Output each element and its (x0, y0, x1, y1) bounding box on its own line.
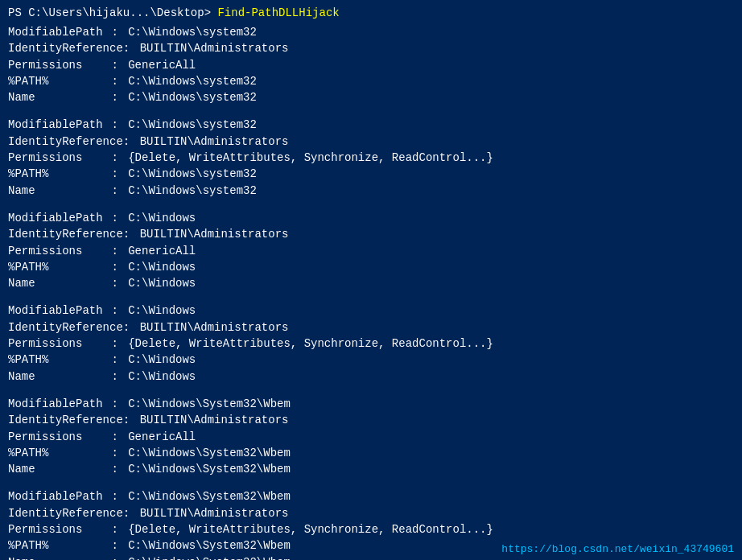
field-key: IdentityReference (8, 412, 123, 428)
prompt-line: PS C:\Users\hijaku...\Desktop> Find-Path… (8, 6, 734, 19)
field-sep: : (105, 521, 125, 537)
field-sep: : (105, 210, 125, 226)
field-sep: : (105, 461, 125, 477)
output-block-4: ModifiablePath : C:\WindowsIdentityRefer… (8, 303, 734, 384)
field-value: C:\Windows\system32 (128, 24, 257, 40)
field-sep: : (105, 336, 125, 352)
output-block-2: ModifiablePath : C:\Windows\system32Iden… (8, 117, 734, 198)
field-key: %PATH% (8, 352, 105, 368)
block-spacer (8, 389, 734, 396)
terminal-window: PS C:\Users\hijaku...\Desktop> Find-Path… (0, 0, 742, 560)
blocks-container: ModifiablePath : C:\Windows\system32Iden… (8, 24, 734, 560)
field-value: C:\Windows\system32 (128, 89, 257, 105)
field-key: %PATH% (8, 73, 105, 89)
field-value: BUILTIN\Administrators (140, 319, 289, 336)
output-line: ModifiablePath : C:\Windows\System32\Wbe… (8, 396, 734, 412)
field-value: C:\Windows\system32 (128, 117, 257, 133)
output-line: IdentityReference: BUILTIN\Administrator… (8, 319, 734, 336)
field-key: Permissions (8, 429, 105, 445)
field-value: C:\Windows\System32\Wbem (128, 396, 291, 412)
field-key: IdentityReference (8, 226, 123, 242)
output-line: Permissions : GenericAll (8, 243, 734, 259)
field-key: IdentityReference (8, 40, 123, 56)
output-line: ModifiablePath : C:\Windows (8, 210, 734, 226)
output-line: Name : C:\Windows (8, 275, 734, 291)
field-sep: : (105, 554, 125, 560)
block-spacer (8, 296, 734, 303)
field-value: BUILTIN\Administrators (140, 226, 289, 242)
field-value: {Delete, WriteAttributes, Synchronize, R… (128, 336, 493, 352)
field-key: ModifiablePath (8, 117, 105, 133)
field-value: BUILTIN\Administrators (140, 40, 289, 56)
field-sep: : (123, 505, 137, 521)
field-value: C:\Windows (128, 303, 196, 319)
field-sep: : (105, 488, 125, 504)
field-sep: : (123, 134, 137, 150)
output-line: Permissions : GenericAll (8, 57, 734, 73)
field-key: %PATH% (8, 537, 105, 554)
field-key: IdentityReference (8, 319, 123, 336)
field-value: C:\Windows\System32\Wbem (128, 554, 291, 560)
field-key: ModifiablePath (8, 24, 105, 40)
field-key: Permissions (8, 336, 105, 352)
field-sep: : (105, 429, 125, 445)
field-key: Name (8, 89, 105, 105)
block-spacer (8, 110, 734, 117)
field-key: ModifiablePath (8, 303, 105, 319)
field-key: IdentityReference (8, 134, 123, 150)
field-key: Permissions (8, 57, 105, 73)
output-line: IdentityReference: BUILTIN\Administrator… (8, 226, 734, 242)
field-sep: : (105, 369, 125, 385)
prompt-path: PS C:\Users\hijaku...\Desktop> (8, 6, 211, 19)
field-key: %PATH% (8, 259, 105, 275)
output-line: ModifiablePath : C:\Windows\system32 (8, 24, 734, 40)
output-line: %PATH% : C:\Windows\system32 (8, 73, 734, 89)
field-key: IdentityReference (8, 505, 123, 521)
field-sep: : (105, 243, 125, 259)
field-sep: : (105, 166, 125, 182)
output-line: IdentityReference: BUILTIN\Administrator… (8, 134, 734, 150)
field-key: ModifiablePath (8, 488, 105, 504)
block-spacer (8, 204, 734, 210)
field-key: Name (8, 183, 105, 199)
field-value: GenericAll (128, 57, 196, 73)
output-line: IdentityReference: BUILTIN\Administrator… (8, 412, 734, 428)
field-value: C:\Windows\system32 (128, 183, 257, 199)
field-key: ModifiablePath (8, 210, 105, 226)
field-value: C:\Windows (128, 369, 196, 385)
field-value: C:\Windows\system32 (128, 73, 257, 89)
field-sep: : (105, 275, 125, 291)
field-sep: : (105, 259, 125, 275)
field-value: C:\Windows (128, 259, 196, 275)
field-sep: : (123, 412, 137, 428)
output-line: Name : C:\Windows\System32\Wbem (8, 461, 734, 477)
output-line: %PATH% : C:\Windows (8, 352, 734, 368)
prompt-command: Find-PathDLLHijack (217, 6, 339, 19)
output-line: Name : C:\Windows (8, 369, 734, 385)
field-key: %PATH% (8, 166, 105, 182)
field-value: {Delete, WriteAttributes, Synchronize, R… (128, 521, 493, 537)
output-line: %PATH% : C:\Windows\system32 (8, 166, 734, 182)
field-value: C:\Windows\system32 (128, 166, 257, 182)
output-line: IdentityReference: BUILTIN\Administrator… (8, 505, 734, 521)
field-key: Permissions (8, 521, 105, 537)
output-line: Name : C:\Windows\system32 (8, 89, 734, 105)
field-value: C:\Windows (128, 352, 196, 368)
field-sep: : (105, 89, 125, 105)
field-value: BUILTIN\Administrators (140, 505, 289, 521)
field-sep: : (105, 150, 125, 166)
field-value: {Delete, WriteAttributes, Synchronize, R… (128, 150, 493, 166)
field-sep: : (105, 57, 125, 73)
field-value: C:\Windows\System32\Wbem (128, 461, 291, 477)
field-value: BUILTIN\Administrators (140, 412, 289, 428)
field-key: Name (8, 554, 105, 560)
field-sep: : (105, 352, 125, 368)
field-sep: : (105, 445, 125, 461)
output-line: Permissions : {Delete, WriteAttributes, … (8, 150, 734, 166)
field-sep: : (105, 537, 125, 554)
output-line: ModifiablePath : C:\Windows (8, 303, 734, 319)
output-line: Permissions : {Delete, WriteAttributes, … (8, 521, 734, 537)
output-block-3: ModifiablePath : C:\WindowsIdentityRefer… (8, 210, 734, 291)
output-line: Name : C:\Windows\system32 (8, 183, 734, 199)
field-key: Name (8, 461, 105, 477)
